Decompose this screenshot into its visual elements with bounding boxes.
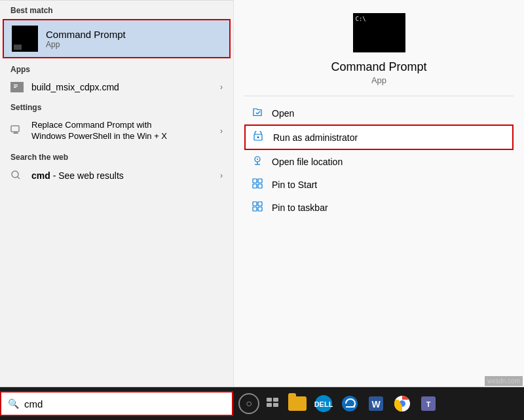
action-run-admin-label: Run as administrator — [273, 132, 358, 143]
right-panel: Command Prompt App Open — [233, 0, 524, 387]
svg-text:DELL: DELL — [314, 400, 333, 408]
action-open-location[interactable]: Open file location — [244, 150, 514, 173]
svg-rect-22 — [267, 403, 272, 407]
watermark: wxsdn.com — [485, 376, 523, 386]
folder-icon — [288, 396, 307, 411]
svg-rect-15 — [258, 184, 262, 188]
svg-rect-13 — [258, 179, 262, 183]
action-list: Open Run as administrator — [244, 102, 514, 219]
best-match-item[interactable]: Command Prompt App — [3, 19, 231, 58]
dell-icon[interactable]: DELL — [312, 392, 335, 415]
svg-rect-0 — [12, 83, 19, 91]
best-match-text: Command Prompt App — [46, 29, 126, 49]
action-pin-start[interactable]: Pin to Start — [244, 173, 514, 196]
open-location-icon — [252, 155, 265, 168]
left-panel: Best match Command Prompt App Apps build… — [0, 0, 233, 387]
svg-rect-16 — [253, 202, 257, 206]
svg-rect-18 — [253, 207, 257, 211]
settings-item-chevron: › — [220, 126, 223, 136]
right-app-type: App — [371, 75, 386, 85]
search-web-icon — [10, 170, 24, 182]
action-open-label: Open — [272, 108, 294, 119]
cmd-file-icon — [10, 82, 24, 92]
pin-taskbar-icon — [252, 201, 265, 214]
word-icon[interactable]: W — [364, 392, 388, 415]
svg-rect-21 — [273, 398, 278, 402]
action-pin-taskbar[interactable]: Pin to taskbar — [244, 196, 514, 219]
best-match-app-type: App — [46, 40, 126, 49]
settings-item-replace[interactable]: Replace Command Prompt withWindows Power… — [0, 115, 233, 147]
web-item-cmd[interactable]: cmd - See web results › — [0, 164, 233, 187]
apps-item-label: build_msix_cdpx.cmd — [31, 82, 220, 92]
divider — [244, 96, 514, 96]
action-pin-start-label: Pin to Start — [272, 180, 317, 190]
pin-start-icon — [252, 178, 265, 191]
action-pin-taskbar-label: Pin to taskbar — [272, 202, 328, 213]
taskbar-search-box[interactable]: 🔍 cmd — [0, 391, 233, 416]
action-open[interactable]: Open — [244, 102, 514, 124]
taskbar-search-text: cmd — [24, 398, 43, 410]
svg-point-11 — [257, 159, 258, 160]
svg-rect-6 — [13, 133, 18, 134]
action-run-admin[interactable]: Run as administrator — [244, 124, 514, 150]
task-view-icon[interactable] — [262, 397, 283, 410]
edge-icon[interactable] — [338, 392, 362, 415]
svg-rect-4 — [11, 126, 19, 132]
web-item-chevron: › — [220, 171, 223, 180]
right-app-name: Command Prompt — [331, 60, 426, 74]
apps-item-build[interactable]: build_msix_cdpx.cmd › — [0, 77, 233, 98]
file-explorer-icon[interactable] — [286, 392, 309, 415]
teams-icon[interactable]: T — [417, 392, 440, 415]
cmd-app-icon — [12, 26, 38, 52]
right-cmd-icon — [353, 13, 405, 52]
svg-point-10 — [257, 136, 259, 138]
svg-rect-19 — [258, 207, 262, 211]
svg-rect-23 — [273, 403, 278, 407]
svg-text:T: T — [426, 400, 431, 408]
best-match-label: Best match — [0, 1, 233, 18]
svg-rect-14 — [253, 184, 257, 188]
run-admin-icon — [253, 131, 267, 143]
apps-item-chevron: › — [220, 83, 223, 92]
chrome-icon[interactable] — [390, 392, 414, 415]
taskbar-search-icon: 🔍 — [8, 398, 19, 409]
settings-item-label: Replace Command Prompt withWindows Power… — [31, 120, 220, 142]
svg-rect-12 — [253, 179, 257, 183]
best-match-app-name: Command Prompt — [46, 29, 126, 40]
cortana-icon[interactable]: ○ — [238, 393, 259, 414]
search-web-label: Search the web — [0, 147, 233, 164]
svg-rect-2 — [14, 86, 18, 86]
apps-label: Apps — [0, 60, 233, 77]
svg-rect-3 — [14, 87, 16, 88]
taskbar: 🔍 cmd ○ DELL — [0, 387, 524, 420]
web-item-sub: - See web results — [50, 170, 124, 181]
settings-label: Settings — [0, 98, 233, 115]
web-item-label: cmd - See web results — [31, 170, 124, 181]
svg-line-8 — [18, 176, 20, 179]
svg-text:W: W — [371, 399, 381, 410]
svg-rect-1 — [14, 85, 18, 85]
settings-monitor-icon — [10, 124, 24, 137]
svg-rect-20 — [267, 398, 272, 402]
svg-rect-17 — [258, 202, 262, 206]
taskbar-right: ○ DELL — [233, 392, 524, 415]
open-icon — [252, 107, 265, 119]
action-open-location-label: Open file location — [272, 157, 343, 167]
